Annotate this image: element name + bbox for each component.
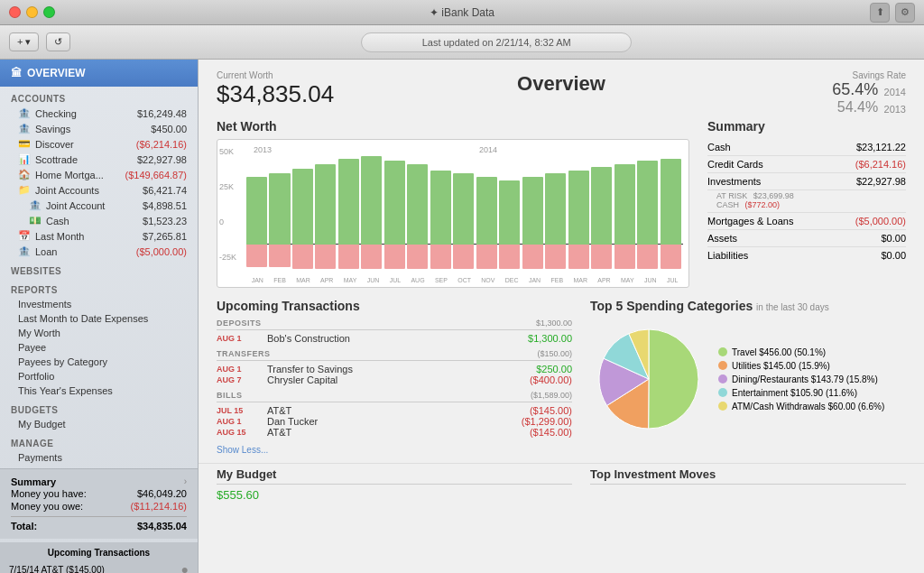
negative-bar — [292, 245, 313, 270]
status-pill: Last updated on 2/21/14, 8:32 AM — [361, 32, 632, 52]
summary-row-credit-cards: Credit Cards ($6,214.16) — [707, 156, 906, 173]
bar-group — [269, 156, 290, 269]
minimize-button[interactable] — [26, 6, 38, 18]
summary-row-assets: Assets $0.00 — [707, 230, 906, 247]
pie-chart — [590, 320, 707, 438]
sidebar-item-savings[interactable]: 🏦 Savings $450.00 — [0, 121, 198, 136]
joint-account-icon: 🏦 — [29, 199, 42, 211]
sidebar-item-scottrade[interactable]: 📊 Scottrade $22,927.98 — [0, 152, 198, 167]
bar-group — [661, 156, 681, 269]
bar-group — [637, 156, 658, 269]
refresh-button[interactable]: ↺ — [46, 32, 70, 51]
sidebar-item-mortgage[interactable]: 🏠 Home Mortga... ($149,664.87) — [0, 167, 198, 182]
bar-group — [361, 156, 382, 269]
sidebar-item-payments[interactable]: Payments — [0, 450, 198, 465]
positive-bar — [315, 164, 336, 244]
sidebar-item-payees-by-category[interactable]: Payees by Category — [0, 355, 198, 369]
add-button[interactable]: + ▾ — [9, 32, 39, 51]
scottrade-icon: 📊 — [18, 153, 31, 165]
sidebar-item-portfolio[interactable]: Portfolio — [0, 369, 198, 384]
sidebar-item-checking[interactable]: 🏦 Checking $16,249.48 — [0, 106, 198, 121]
sidebar-item-overview[interactable]: 🏛 OVERVIEW — [0, 60, 198, 87]
budgets-section-label: BUDGETS — [0, 398, 198, 417]
spending-section: Top 5 Spending Categories in the last 30… — [590, 299, 906, 456]
positive-bar — [292, 169, 313, 245]
overview-title: Overview — [517, 72, 605, 96]
negative-bar — [269, 245, 290, 268]
positive-bar — [568, 171, 589, 244]
sidebar-item-joint-accounts[interactable]: 📁 Joint Accounts $6,421.74 — [0, 182, 198, 198]
trans-row: JUL 15 AT&T ($145.00) — [217, 405, 572, 416]
positive-bar — [476, 177, 497, 244]
last-month-icon: 📅 — [18, 230, 31, 242]
travel-dot — [718, 347, 727, 356]
sidebar-item-investments[interactable]: Investments — [0, 297, 198, 311]
bar-group — [407, 156, 428, 269]
main-content: Current Worth $34,835.04 Overview Saving… — [199, 60, 924, 573]
reports-section-label: REPORTS — [0, 278, 198, 297]
legend-item-dining: Dining/Restaurants $143.79 (15.8%) — [718, 373, 884, 386]
trans-row: AUG 1 Transfer to Savings $250.00 — [217, 364, 572, 374]
share-icon[interactable]: ⬆ — [870, 3, 890, 23]
legend-item-entertainment: Entertainment $105.90 (11.6%) — [718, 386, 884, 400]
sidebar-item-joint-account[interactable]: 🏦 Joint Account $4,898.51 — [0, 198, 198, 213]
title-bar: ✦ iBank Data ⬆ ⚙ — [0, 0, 924, 25]
close-button[interactable] — [9, 6, 21, 18]
sidebar-summary-total: Total: $34,835.04 — [11, 516, 187, 531]
current-worth: Current Worth $34,835.04 — [217, 70, 334, 108]
atm-dot — [718, 402, 727, 411]
sidebar-item-payee[interactable]: Payee — [0, 340, 198, 355]
middle-row: Net Worth 50K 25K 0 -25K 2013 2014 — [199, 116, 924, 295]
sidebar-item-this-years-expenses[interactable]: This Year's Expenses — [0, 384, 198, 398]
sidebar-item-my-worth[interactable]: My Worth — [0, 326, 198, 340]
investment-moves-section: Top Investment Moves — [590, 467, 906, 502]
summary-row-liabilities: Liabilities $0.00 — [707, 247, 906, 263]
sidebar-item-last-month[interactable]: 📅 Last Month $7,265.81 — [0, 228, 198, 244]
sidebar-upcoming: Upcoming Transactions 7/15/14 AT&T ($145… — [0, 542, 198, 573]
summary-investments-sub: AT RISK $23,699.98 CASH ($772.00) — [707, 190, 906, 213]
bills-group: BILLS ($1,589.00) JUL 15 AT&T ($145.00) … — [217, 391, 572, 438]
summary-row-cash: Cash $23,121.22 — [707, 139, 906, 156]
sidebar-summary: Summary › Money you have: $46,049.20 Mon… — [0, 468, 198, 539]
positive-bar — [545, 173, 566, 245]
overview-label: OVERVIEW — [27, 67, 85, 79]
overview-icon: 🏛 — [11, 67, 22, 79]
negative-bar — [568, 245, 589, 270]
negative-bar — [430, 245, 451, 270]
net-worth-chart: 50K 25K 0 -25K 2013 2014 JANF — [217, 139, 689, 288]
bar-group — [476, 156, 497, 269]
sidebar-item-cash[interactable]: 💵 Cash $1,523.23 — [0, 213, 198, 228]
sidebar-item-last-month-expenses[interactable]: Last Month to Date Expenses — [0, 311, 198, 326]
negative-bar — [361, 245, 382, 270]
bar-group — [430, 156, 451, 269]
overview-header: Current Worth $34,835.04 Overview Saving… — [199, 60, 924, 116]
bar-group — [384, 156, 405, 269]
lower-row: Upcoming Transactions DEPOSITS $1,300.00… — [199, 295, 924, 463]
sidebar-upcoming-item: 7/15/14 AT&T ($145.00) ● — [9, 561, 189, 573]
show-less-button[interactable]: Show Less... — [217, 445, 268, 455]
sidebar-item-discover[interactable]: 💳 Discover ($6,214.16) — [0, 136, 198, 152]
pie-legend: Travel $456.00 (50.1%) Utilities $145.00… — [718, 346, 884, 413]
positive-bar — [246, 177, 267, 244]
mortgage-icon: 🏠 — [18, 169, 31, 180]
legend-item-atm: ATM/Cash Withdrawals $60.00 (6.6%) — [718, 400, 884, 413]
deposits-group: DEPOSITS $1,300.00 AUG 1 Bob's Construct… — [217, 319, 572, 344]
window-controls[interactable] — [9, 6, 55, 18]
sidebar-item-my-budget[interactable]: My Budget — [0, 417, 198, 431]
sidebar-item-loan[interactable]: 🏦 Loan ($5,000.00) — [0, 244, 198, 259]
entertainment-dot — [718, 388, 727, 397]
utilities-dot — [718, 361, 727, 370]
maximize-button[interactable] — [43, 6, 55, 18]
negative-bar — [591, 245, 612, 270]
websites-section-label: WEBSITES — [0, 259, 198, 278]
chart-x-axis: JANFEBMARAPRMAYJUNJULAUGSEPOCTNOVDECJANF… — [246, 277, 683, 283]
positive-bar — [384, 161, 405, 244]
negative-bar — [522, 245, 543, 270]
trans-row: AUG 7 Chrysler Capital ($400.00) — [217, 374, 572, 385]
negative-bar — [614, 245, 635, 270]
positive-bar — [430, 171, 451, 244]
positive-bar — [361, 156, 382, 245]
bottom-strip: My Budget $555.60 Top Investment Moves — [199, 463, 924, 509]
settings-icon[interactable]: ⚙ — [895, 3, 915, 23]
positive-bar — [637, 161, 658, 244]
